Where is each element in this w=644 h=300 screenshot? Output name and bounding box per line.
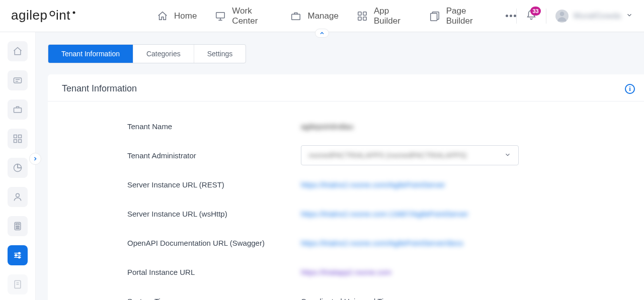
tenant-info-form: Tenant Name agilepointindiau Tenant Admi… xyxy=(48,102,644,300)
tab-settings[interactable]: Settings xyxy=(194,45,246,63)
svg-rect-17 xyxy=(14,140,17,143)
avatar xyxy=(555,10,569,23)
nav-label: Manage xyxy=(307,11,338,21)
pages-icon xyxy=(429,11,440,22)
nav-manage[interactable]: Manage xyxy=(290,11,338,22)
sidebar-item-calc[interactable] xyxy=(8,216,28,236)
svg-point-19 xyxy=(16,193,20,197)
username-label: MuraliGowda xyxy=(574,12,621,21)
field-label: Server Instance URL (REST) xyxy=(127,180,301,189)
main-content: Tenant Information Categories Settings T… xyxy=(35,32,644,300)
svg-rect-15 xyxy=(14,135,17,138)
field-value-tenant-name: agilepointindiau xyxy=(301,122,353,131)
svg-rect-9 xyxy=(363,17,366,20)
monitor-icon xyxy=(215,11,226,22)
svg-rect-7 xyxy=(363,12,366,15)
sidebar-item-toolbox[interactable] xyxy=(8,99,28,120)
svg-point-24 xyxy=(19,226,20,227)
svg-rect-18 xyxy=(19,140,22,143)
tab-label: Tenant Information xyxy=(61,50,120,58)
apps-icon xyxy=(357,11,368,22)
svg-point-23 xyxy=(17,226,18,227)
svg-point-12 xyxy=(559,12,564,16)
nav-label: Page Builder xyxy=(446,6,488,26)
home-icon xyxy=(157,11,168,22)
nav-work-center[interactable]: Work Center xyxy=(215,6,272,26)
row-tenant-admin: Tenant Administrator nxonedPACTRIALAPPS … xyxy=(127,141,635,170)
sidebar-item-settings[interactable] xyxy=(8,245,28,265)
panel-title: Tenant Information xyxy=(62,83,137,94)
nav-label: Work Center xyxy=(232,6,272,26)
tab-label: Categories xyxy=(146,50,181,58)
briefcase-icon xyxy=(290,11,301,22)
sidebar xyxy=(0,32,35,300)
sidebar-item-card[interactable] xyxy=(8,70,28,90)
svg-text:agilep: agilep xyxy=(11,9,47,23)
svg-text:int: int xyxy=(56,9,70,23)
field-label: Tenant Administrator xyxy=(127,151,301,160)
nav-label: App Builder xyxy=(374,6,411,26)
sidebar-item-apps[interactable] xyxy=(8,129,28,149)
select-value: nxonedPACTRIALAPPS (nxonedPACTRIALAPPS) xyxy=(308,151,467,159)
notifications-button[interactable]: 33 xyxy=(526,10,537,23)
header-collapse-toggle[interactable] xyxy=(315,29,329,38)
separator xyxy=(546,9,546,24)
sidebar-item-chart[interactable] xyxy=(8,158,28,178)
nav-app-builder[interactable]: App Builder xyxy=(357,6,411,26)
tab-label: Settings xyxy=(207,50,233,58)
chevron-down-icon xyxy=(626,12,633,21)
svg-point-22 xyxy=(16,226,17,227)
panel-header: Tenant Information i xyxy=(48,74,644,102)
nav-page-builder[interactable]: Page Builder xyxy=(429,6,488,26)
top-header: agilep int Home Work Center Manage xyxy=(0,0,644,32)
row-portal-url: Portal Instance URL https://trialapp2.nx… xyxy=(127,257,635,286)
brand-logo: agilep int xyxy=(11,9,92,24)
svg-point-1 xyxy=(50,11,55,16)
svg-point-26 xyxy=(17,228,18,229)
sidebar-item-user[interactable] xyxy=(8,187,28,207)
svg-rect-11 xyxy=(430,13,437,21)
tenant-info-panel: Tenant Information i Tenant Name agilepo… xyxy=(48,74,644,300)
notification-count-badge: 33 xyxy=(530,7,540,16)
field-label: Portal Instance URL xyxy=(127,268,301,276)
field-value-portal-url[interactable]: https://trialapp2.nxone.com xyxy=(301,268,391,276)
separator xyxy=(516,9,517,24)
sidebar-item-home[interactable] xyxy=(8,41,28,61)
nav-home[interactable]: Home xyxy=(157,11,197,22)
chevron-down-icon xyxy=(504,151,511,160)
field-value-timezone: Coordinated Universal Time xyxy=(301,297,394,301)
svg-rect-13 xyxy=(14,78,22,83)
svg-rect-4 xyxy=(216,12,225,18)
row-tenant-name: Tenant Name agilepointindiau xyxy=(127,112,635,141)
user-menu[interactable]: MuraliGowda xyxy=(555,10,633,23)
field-value-wshttp-url[interactable]: https://trialnx2.nxone.com:13487/AgilePo… xyxy=(301,210,468,218)
svg-rect-21 xyxy=(16,224,20,225)
sidebar-item-doc[interactable] xyxy=(8,274,28,294)
field-label: OpenAPI Documentation URL (Swagger) xyxy=(127,239,301,247)
svg-rect-6 xyxy=(358,12,361,15)
svg-rect-16 xyxy=(19,135,22,138)
row-wshttp-url: Server Instance URL (wsHttp) https://tri… xyxy=(127,199,635,228)
tenant-admin-select[interactable]: nxonedPACTRIALAPPS (nxonedPACTRIALAPPS) xyxy=(301,145,519,165)
row-swagger-url: OpenAPI Documentation URL (Swagger) http… xyxy=(127,228,635,257)
field-label: Tenant Name xyxy=(127,122,301,131)
field-label: System Timezone xyxy=(127,297,301,301)
svg-point-25 xyxy=(16,228,17,229)
row-rest-url: Server Instance URL (REST) https://trial… xyxy=(127,170,635,199)
field-value-swagger-url[interactable]: https://trialnx2.nxone.com/AgilePointSer… xyxy=(301,239,463,247)
info-icon[interactable]: i xyxy=(625,84,635,94)
content-tabs: Tenant Information Categories Settings xyxy=(48,44,246,63)
nav-more-icon[interactable] xyxy=(506,15,516,17)
svg-point-3 xyxy=(73,11,75,14)
nav-label: Home xyxy=(174,11,197,21)
tab-tenant-information[interactable]: Tenant Information xyxy=(48,45,133,63)
header-right: 33 MuraliGowda xyxy=(516,9,633,24)
field-value-rest-url[interactable]: https://trialnx2.nxone.com/AgilePointSer… xyxy=(301,180,445,189)
tab-categories[interactable]: Categories xyxy=(133,45,194,63)
svg-rect-14 xyxy=(14,108,22,113)
sidebar-expand-toggle[interactable] xyxy=(29,153,41,165)
primary-nav: Home Work Center Manage App Builder Page… xyxy=(157,6,516,26)
svg-point-29 xyxy=(15,254,17,256)
field-label: Server Instance URL (wsHttp) xyxy=(127,210,301,218)
row-timezone: System Timezone Coordinated Universal Ti… xyxy=(127,286,635,300)
